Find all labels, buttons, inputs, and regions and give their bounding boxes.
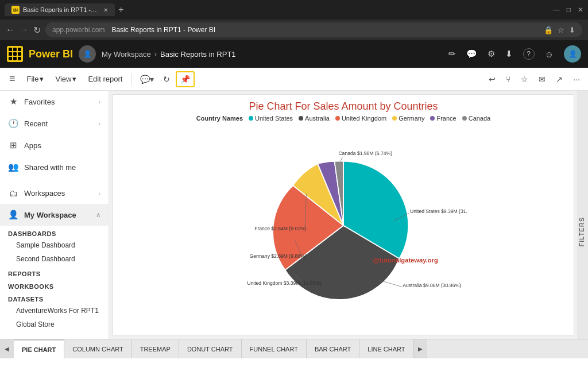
tab-bar: ◀ PIE CHART COLUMN CHART TREEMAP DONUT C… — [0, 339, 588, 358]
tab-funnel-chart[interactable]: FUNNEL CHART — [242, 339, 307, 358]
address-domain: app.powerbi.com — [52, 26, 105, 34]
recent-icon: 🕐 — [8, 118, 18, 129]
tab-treemap[interactable]: TREEMAP — [132, 339, 179, 358]
legend-item-de: Germany — [392, 115, 424, 122]
favorites-arrow: › — [98, 98, 100, 105]
browser-addressbar: ← → ↻ app.powerbi.com Basic Reports in R… — [0, 20, 588, 40]
tab-prev-button[interactable]: ◀ — [0, 339, 14, 358]
user-avatar[interactable]: 👤 — [79, 45, 96, 63]
breadcrumb: My Workspace › Basic Reports in RPT1 — [102, 50, 236, 59]
tab-next-button[interactable]: ▶ — [413, 339, 427, 358]
comment-toolbar-button[interactable]: 💬▾ — [137, 72, 157, 86]
workbooks-header: WORKBOOKS — [0, 279, 109, 291]
legend-label-de: Germany — [399, 115, 424, 122]
chart-container: Pie Chart For Sales Amount by Countries … — [113, 94, 574, 335]
edit-icon[interactable]: ✏ — [448, 49, 456, 59]
more-toolbar-button[interactable]: ··· — [570, 72, 583, 86]
workspaces-arrow: › — [98, 190, 100, 197]
powerbi-logo: Power BI — [29, 48, 73, 60]
maximize-button[interactable]: □ — [567, 6, 571, 14]
star-icon[interactable]: ☆ — [558, 26, 564, 34]
sidebar-myworkspace-label: My Workspace — [24, 211, 90, 219]
browser-tab[interactable]: BI Basic Reports in RPT1 - Po... ✕ — [5, 3, 115, 16]
sidebar-item-favorites[interactable]: ★ Favorites › — [0, 91, 109, 113]
chart-title: Pie Chart For Sales Amount by Countries — [249, 100, 438, 113]
share-toolbar-button[interactable]: ⑂ — [502, 72, 514, 86]
filters-label: FILTERS — [578, 217, 585, 246]
legend-dot-uk — [335, 116, 340, 121]
breadcrumb-separator: › — [154, 50, 157, 59]
sidebar-second-dashboard[interactable]: Second Dashboard — [0, 252, 109, 266]
legend-dot-au — [299, 116, 303, 121]
filters-panel[interactable]: FILTERS — [578, 91, 588, 339]
window-controls: — □ ✕ — [553, 6, 583, 14]
sidebar-get-data[interactable]: ↗ Get Data — [0, 336, 109, 339]
sidebar-item-shared[interactable]: 👥 Shared with me — [0, 156, 109, 178]
label-uk: United Kingdom $3.39M (11.55%) — [247, 280, 322, 285]
settings-icon[interactable]: ⚙ — [488, 49, 495, 59]
shared-icon: 👥 — [8, 162, 18, 172]
tab-column-chart[interactable]: COLUMN CHART — [64, 339, 131, 358]
refresh-button[interactable]: ↻ — [33, 25, 41, 36]
breadcrumb-workspace[interactable]: My Workspace — [102, 50, 151, 59]
legend-item-uk: United Kingdom — [335, 115, 386, 122]
tab-donut-chart[interactable]: DONUT CHART — [179, 339, 242, 358]
feedback-icon[interactable]: ☺ — [545, 49, 554, 59]
sidebar-item-recent[interactable]: 🕐 Recent › — [0, 113, 109, 134]
sidebar-item-apps[interactable]: ⊞ Apps — [0, 134, 109, 156]
new-tab-button[interactable]: + — [118, 5, 123, 15]
edit-report-button[interactable]: Edit report — [83, 72, 127, 86]
recent-arrow: › — [98, 120, 100, 127]
sidebar-sample-dashboard[interactable]: Sample Dashboard — [0, 238, 109, 252]
tab-close-btn[interactable]: ✕ — [103, 7, 108, 13]
chat-icon[interactable]: 💬 — [466, 49, 477, 59]
favorites-icon: ★ — [8, 96, 18, 107]
help-icon[interactable]: ? — [523, 48, 535, 60]
sidebar-favorites-label: Favorites — [24, 98, 92, 106]
forward-button[interactable]: → — [20, 25, 29, 35]
legend-label-uk: United Kingdom — [342, 115, 386, 122]
bookmark-toolbar-button[interactable]: ☆ — [517, 72, 532, 86]
browser-titlebar: BI Basic Reports in RPT1 - Po... ✕ + — □… — [0, 0, 588, 20]
export-toolbar-button[interactable]: ↗ — [552, 72, 566, 86]
apps-icon: ⊞ — [8, 140, 18, 150]
sidebar-global-store[interactable]: Global Store — [0, 318, 109, 331]
address-bar[interactable]: app.powerbi.com Basic Reports in RPT1 - … — [45, 22, 582, 37]
email-toolbar-button[interactable]: ✉ — [535, 72, 549, 86]
legend-dot-us — [249, 116, 253, 121]
legend-dot-ca — [462, 116, 467, 121]
breadcrumb-report: Basic Reports in RPT1 — [160, 50, 236, 59]
label-de: Germany $2.89M (9.86%) — [250, 253, 307, 258]
sidebar-workspaces-label: Workspaces — [24, 189, 92, 198]
waffle-menu-button[interactable] — [7, 46, 23, 62]
pie-chart-area: United States $9.39M (31.98%) Australia … — [125, 126, 562, 329]
sidebar-item-myworkspace[interactable]: 👤 My Workspace ∧ — [0, 204, 109, 226]
hamburger-button[interactable]: ≡ — [5, 71, 20, 87]
legend-label-au: Australia — [305, 115, 330, 122]
sidebar-item-workspaces[interactable]: 🗂 Workspaces › — [0, 183, 109, 204]
back-button[interactable]: ← — [6, 25, 15, 35]
account-avatar[interactable]: 👤 — [564, 45, 581, 63]
legend-dot-fr — [430, 116, 435, 121]
reports-header: REPORTS — [0, 266, 109, 279]
tab-line-chart[interactable]: LINE CHART — [359, 339, 413, 358]
legend-item-fr: France — [430, 115, 456, 122]
download-icon[interactable]: ⬇ — [569, 26, 575, 34]
close-window-button[interactable]: ✕ — [578, 6, 583, 14]
undo-toolbar-button[interactable]: ↩ — [485, 72, 499, 86]
watermark-text: @tutorialgateway.org — [373, 257, 438, 264]
legend-label-us: United States — [255, 115, 293, 122]
download-app-icon[interactable]: ⬇ — [505, 49, 513, 59]
minimize-button[interactable]: — — [553, 6, 560, 14]
legend-item-au: Australia — [299, 115, 330, 122]
tab-favicon: BI — [11, 6, 20, 14]
pin-toolbar-button[interactable]: 📌 — [176, 71, 195, 87]
view-menu-button[interactable]: View ▾ — [51, 72, 81, 86]
dashboards-header: DASHBOARDS — [0, 226, 109, 238]
legend-item-ca: Canada — [462, 115, 491, 122]
sidebar-adventureworks[interactable]: AdventureWorks For RPT1 — [0, 304, 109, 318]
refresh-toolbar-button[interactable]: ↻ — [160, 72, 173, 86]
file-menu-button[interactable]: File ▾ — [22, 72, 49, 86]
tab-bar-chart[interactable]: BAR CHART — [307, 339, 359, 358]
tab-pie-chart[interactable]: PIE CHART — [14, 339, 64, 358]
